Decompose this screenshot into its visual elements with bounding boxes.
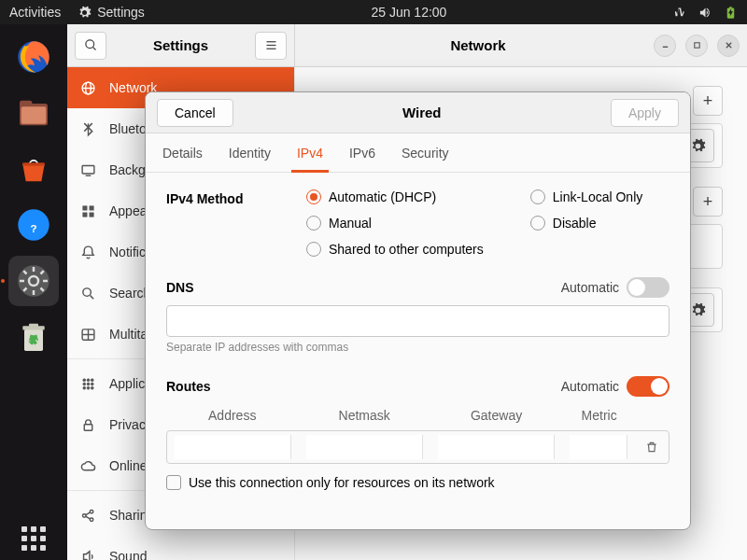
svg-rect-35 [90,205,93,209]
radio-automatic-dhcp-[interactable]: Automatic (DHCP) [306,189,484,204]
col-address: Address [166,404,298,427]
tab-identity[interactable]: Identity [229,133,271,172]
svg-point-46 [83,383,86,385]
tab-security[interactable]: Security [402,133,449,172]
tab-ipv6[interactable]: IPv6 [349,133,375,172]
dns-input[interactable] [166,305,669,337]
radio-link-local-only[interactable]: Link-Local Only [530,189,643,204]
radio-manual[interactable]: Manual [306,216,484,231]
settings-headerbar: Settings Network [67,24,747,67]
gnome-topbar: Activities Settings 25 Jun 12:00 [0,0,747,24]
share-icon [80,508,96,524]
window-close[interactable] [717,35,740,57]
hamburger-icon [264,38,278,52]
display-icon [80,162,96,178]
dock-help[interactable]: ? [8,200,59,250]
svg-line-39 [91,295,94,299]
ipv4-method-label: IPv4 Method [166,189,269,257]
svg-rect-52 [84,424,92,429]
svg-point-50 [87,386,90,389]
route-address-input[interactable] [175,435,291,459]
search-icon [80,286,96,301]
resources-checkbox[interactable] [166,475,181,490]
svg-text:?: ? [30,222,36,234]
add-wired-button[interactable]: + [693,86,723,116]
sound-icon [80,549,96,561]
radio-disable[interactable]: Disable [530,216,643,231]
grid-icon [80,203,96,219]
lock-icon [80,417,96,433]
topbar-app[interactable]: Settings [78,5,145,20]
svg-line-57 [86,516,91,519]
apps-icon [80,376,96,392]
tab-ipv4[interactable]: IPv4 [297,133,323,172]
content-title: Network [303,37,654,53]
svg-point-45 [91,378,93,381]
svg-point-47 [87,383,90,385]
sidebar-item-sound[interactable]: Sound [67,536,294,560]
dock-files[interactable] [8,88,59,138]
dns-auto-switch[interactable] [627,277,669,298]
svg-rect-34 [83,205,87,209]
svg-rect-32 [82,165,94,174]
dock-software[interactable] [8,144,59,194]
dock-settings[interactable] [8,256,59,306]
col-gateway: Gateway [430,404,562,427]
col-netmask: Netmask [298,404,430,427]
col-metric: Metric [562,404,636,427]
network-icon [673,6,687,20]
bt-icon [80,121,96,137]
svg-line-56 [86,511,91,514]
routes-auto-label: Automatic [561,379,619,394]
dialog-title: Wired [402,105,442,120]
route-row [167,431,669,463]
route-metric-input[interactable] [570,435,627,459]
routes-heading: Routes [166,379,210,394]
dns-auto-label: Automatic [561,280,619,295]
topbar-status[interactable] [673,6,738,20]
dock-show-apps[interactable] [0,526,67,551]
bell-icon [80,245,96,260]
dock-trash[interactable] [8,312,59,362]
volume-icon [698,6,712,20]
radio-shared-to-other-computers[interactable]: Shared to other computers [306,242,484,257]
svg-rect-26 [694,43,698,48]
wired-settings-dialog: Cancel Wired Apply DetailsIdentityIPv4IP… [145,91,691,530]
dns-heading: DNS [166,280,194,295]
sliders-icon [80,327,96,343]
sidebar-title: Settings [106,37,255,53]
route-gateway-input[interactable] [438,435,555,459]
battery-icon [724,6,738,20]
trash-icon[interactable] [645,441,658,454]
routes-auto-switch[interactable] [627,376,669,397]
dock-firefox[interactable] [8,32,59,82]
search-button[interactable] [75,32,106,60]
svg-rect-4 [22,162,44,165]
svg-point-51 [91,386,93,389]
svg-rect-3 [21,106,47,123]
gear-icon [690,302,706,318]
tab-details[interactable]: Details [162,133,203,172]
dns-hint: Separate IP addresses with commas [166,341,669,354]
dialog-tabs: DetailsIdentityIPv4IPv6Security [146,133,690,173]
route-netmask-input[interactable] [306,435,423,459]
add-vpn-button[interactable]: + [693,187,723,217]
dialog-header: Cancel Wired Apply [146,92,690,133]
window-maximize[interactable] [685,35,708,57]
cancel-button[interactable]: Cancel [157,99,233,127]
svg-line-21 [92,47,95,49]
svg-point-49 [83,386,86,389]
svg-rect-36 [83,212,87,216]
topbar-clock[interactable]: 25 Jun 12:00 [145,5,673,20]
ubuntu-dock: ? [0,24,67,560]
apply-button[interactable]: Apply [611,99,679,127]
svg-point-20 [85,40,93,49]
svg-point-38 [83,287,92,296]
svg-point-44 [87,378,90,381]
svg-rect-37 [90,212,93,216]
gear-icon [78,6,92,20]
search-icon [84,38,98,52]
activities-button[interactable]: Activities [9,5,61,20]
window-minimize[interactable] [654,35,676,57]
menu-button[interactable] [255,32,287,60]
